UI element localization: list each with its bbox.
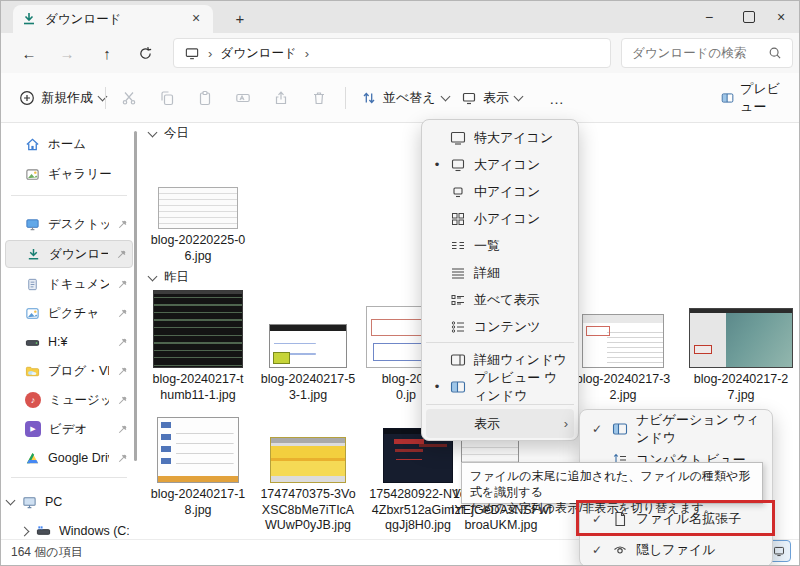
menu-item-medium-icons[interactable]: 中アイコン [426,178,574,205]
sidebar-item-pictures[interactable]: ピクチャ [5,300,133,326]
sidebar-item-pc[interactable]: PC [5,489,133,515]
sidebar-item-downloads[interactable]: ダウンロード [5,240,133,268]
menu-item-preview-pane[interactable]: • プレビュー ウィンドウ [426,373,574,400]
refresh-button[interactable] [131,39,159,67]
forward-button[interactable]: → [53,39,81,67]
menu-separator [426,342,574,343]
sidebar-item-google-drive[interactable]: Google Drive [5,445,133,471]
file-item[interactable]: blog-20220225-06.jpg [148,187,248,264]
search-icon [768,46,782,60]
paste-button[interactable] [189,83,221,113]
file-item[interactable]: blog-20240217-27.jpg [689,308,793,403]
cut-icon [121,90,137,106]
menu-item-small-icons[interactable]: 小アイコン [426,205,574,232]
tab-bar: ダウンロード × + − × [1,1,799,33]
navigation-pane-icon [612,421,628,437]
section-header-yesterday[interactable]: 昨日 [149,269,189,286]
chevron-down-icon [148,127,158,137]
preview-toggle-button[interactable]: プレビュー [713,83,799,113]
menu-item-details[interactable]: 詳細 [426,259,574,286]
monitor-md-icon [450,184,466,200]
view-button[interactable]: 表示 [453,83,530,113]
file-thumbnail [582,314,664,368]
sidebar-item-label: ギャラリー [48,166,129,183]
file-item[interactable]: 1747470375-3VoXSC8bMe7iTIcAWUwP0yJB.jpg [258,437,358,534]
back-button[interactable]: ← [15,39,43,67]
file-item[interactable]: blog-20240217-53-1.jpg [258,324,358,403]
tab-downloads[interactable]: ダウンロード × [13,5,213,33]
minimize-button[interactable]: − [689,1,729,33]
pin-icon [117,336,129,348]
file-item[interactable]: blog-20240217-thumb11-1.jpg [148,290,248,403]
download-icon [26,247,41,262]
section-header-today[interactable]: 今日 [149,125,189,142]
tab-close-button[interactable]: × [187,10,205,28]
file-extensions-tooltip: ファイルの末尾に追加された、ファイルの種類や形式を識別する ための文字列の表示/… [461,462,763,504]
menu-item-content[interactable]: コンテンツ [426,313,574,340]
maximize-icon [743,11,755,23]
sidebar-item-h-drive[interactable]: H:¥ [5,329,133,355]
file-item[interactable]: blog-20240217-32.jpg [573,314,673,403]
sidebar-item-documents[interactable]: ドキュメント [5,271,133,297]
breadcrumb[interactable]: › ダウンロード › [173,38,611,68]
new-tab-button[interactable]: + [229,8,251,30]
sidebar-scrollbar[interactable] [134,131,137,461]
pictures-icon [25,306,40,321]
section-title: 今日 [164,125,189,142]
file-name: 1747470375-3VoXSC8bMe7iTIcAWUwP0yJB.jpg [258,487,358,534]
menu-item-large-icons[interactable]: • 大アイコン [426,151,574,178]
toolbar-separator [345,87,346,109]
menu-item-show[interactable]: 表示 › [426,409,574,438]
menu-item-extra-large-icons[interactable]: 特大アイコン [426,124,574,151]
submenu-item-navigation-pane[interactable]: ✓ ナビゲーション ウィンドウ [584,415,768,442]
sidebar-item-blog-vlog-folder[interactable]: ブログ・VLOG素材 [5,358,133,384]
sidebar-item-label: ビデオ [49,421,109,438]
rename-button[interactable] [227,83,259,113]
file-thumbnail [153,290,243,368]
submenu-arrow-icon: › [564,416,568,431]
pin-icon [117,278,129,290]
up-button[interactable]: ↑ [93,39,121,67]
sidebar-item-videos[interactable]: ▶ ビデオ [5,416,133,442]
file-name: blog-20240217-27.jpg [689,372,793,403]
menu-item-list[interactable]: 一覧 [426,232,574,259]
preview-pane-icon [721,90,734,106]
sidebar-item-home[interactable]: ホーム [5,131,133,157]
submenu-item-hidden-files[interactable]: ✓ 隠しファイル [584,536,768,563]
annotation-highlight-box [576,500,775,536]
sidebar-item-desktop[interactable]: デスクトップ [5,211,133,237]
sidebar-separator [11,477,127,478]
delete-button[interactable] [303,83,335,113]
new-button[interactable]: 新規作成 [11,83,114,113]
file-item[interactable]: blog-20240217-18.jpg [148,417,248,518]
breadcrumb-item[interactable]: ダウンロード [220,45,296,62]
chevron-right-icon[interactable] [20,526,30,536]
cut-button[interactable] [113,83,145,113]
sort-button[interactable]: 並べ替え [353,83,457,113]
breadcrumb-chevron[interactable]: › [305,46,309,61]
file-thumbnail [270,437,346,483]
sidebar-item-label: ピクチャ [48,305,109,322]
pin-icon [117,307,129,319]
close-button[interactable]: × [761,1,800,33]
pin-icon [117,394,129,406]
file-name: blog-20220225-06.jpg [148,233,248,264]
menu-item-tiles[interactable]: 並べて表示 [426,286,574,313]
navigation-bar: ← → ↑ › ダウンロード › ダウンロードの検索 [1,33,799,73]
search-input[interactable]: ダウンロードの検索 [621,38,793,68]
sidebar-item-gallery[interactable]: ギャラリー [5,161,133,187]
sort-icon [361,90,377,106]
sidebar-item-music[interactable]: ♪ ミュージック [5,387,133,413]
share-button[interactable] [265,83,297,113]
sidebar-item-label: ブログ・VLOG素材 [48,363,109,380]
chevron-down-icon [440,92,450,102]
rename-icon [235,90,251,106]
sidebar-item-label: ダウンロード [49,246,108,263]
chevron-down-icon[interactable] [6,496,16,506]
see-more-button[interactable]: … [541,83,573,113]
file-thumbnail [158,187,238,229]
copy-button[interactable] [151,83,183,113]
file-explorer-window: ダウンロード × + − × ← → ↑ › ダウンロード › ダウンロー [0,0,800,566]
menu-separator [426,404,574,405]
copy-icon [159,90,175,106]
